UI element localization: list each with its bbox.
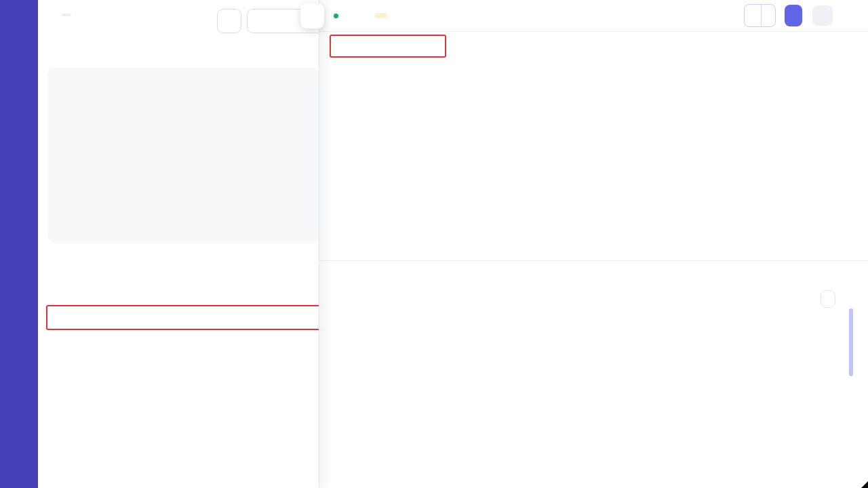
panel-close-button[interactable] <box>300 3 324 28</box>
run-summary-split-button <box>744 4 776 27</box>
runs-filter-tabs <box>47 48 319 66</box>
donut-ring <box>398 74 486 162</box>
filter-button[interactable] <box>217 9 241 33</box>
runs-history-chart <box>47 68 319 243</box>
breadcrumb <box>47 14 71 16</box>
report-button[interactable] <box>785 5 802 26</box>
runs-panel <box>38 0 319 488</box>
run-detail-panel <box>319 0 868 488</box>
runs-count-badge <box>62 14 71 16</box>
results-donut-chart <box>398 74 486 162</box>
annotation-box-run-title <box>330 35 446 58</box>
more-actions-button[interactable] <box>812 5 833 26</box>
run-summary-button[interactable] <box>745 5 761 26</box>
run-type-badge <box>375 13 387 18</box>
app-sidebar <box>0 0 38 488</box>
run-summary-more-button[interactable] <box>761 5 775 26</box>
runs-list <box>38 264 319 488</box>
custom-view-button[interactable] <box>821 290 835 308</box>
view-settings-icon[interactable] <box>841 293 852 304</box>
close-run-detail-button[interactable] <box>846 10 857 22</box>
test-list <box>334 308 856 488</box>
copy-run-id-button[interactable] <box>357 11 367 21</box>
window-resize-corner <box>861 481 868 488</box>
tabs-divider <box>319 260 868 261</box>
run-detail-header <box>319 0 868 32</box>
app <box>0 0 868 488</box>
test-list-scrollbar[interactable] <box>849 308 853 376</box>
run-status-dot <box>334 14 338 18</box>
